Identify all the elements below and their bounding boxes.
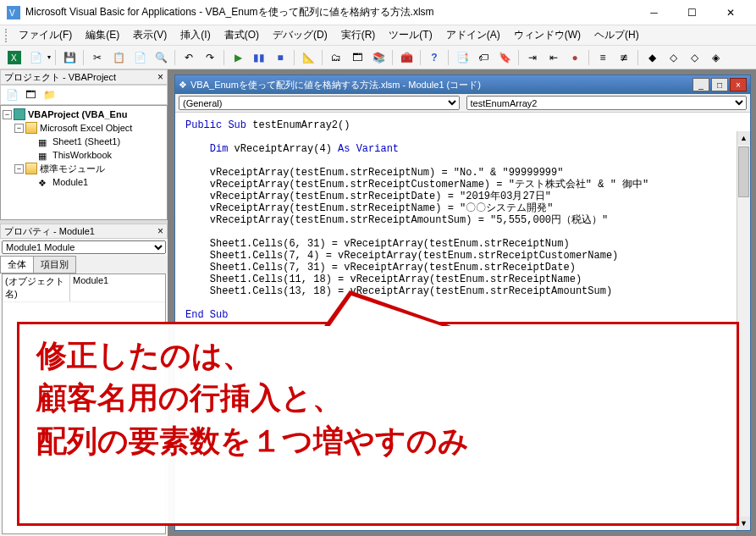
- comment-icon[interactable]: ≡: [593, 48, 612, 67]
- vba-app-icon: V: [7, 6, 20, 19]
- svg-text:V: V: [9, 8, 15, 18]
- toggle-folders-icon[interactable]: 📁: [41, 87, 57, 102]
- tb-extra-1[interactable]: 📑: [453, 48, 472, 67]
- insert-module-icon[interactable]: 📄: [26, 48, 45, 67]
- collapse-icon[interactable]: −: [14, 124, 24, 133]
- menu-help[interactable]: ヘルプ(H): [588, 26, 646, 44]
- design-mode-icon[interactable]: 📐: [299, 48, 317, 67]
- code-window-icon: ❖: [179, 80, 187, 91]
- scroll-down-icon[interactable]: ▼: [737, 517, 750, 530]
- code-text[interactable]: Public Sub testEnumArray2() Dim vReceipt…: [175, 113, 750, 328]
- breakpoint-icon[interactable]: ●: [566, 48, 584, 67]
- properties-tab-all[interactable]: 全体: [0, 256, 34, 274]
- grip-handle[interactable]: [5, 29, 10, 42]
- menu-edit[interactable]: 編集(E): [79, 26, 126, 44]
- save-icon[interactable]: 💾: [60, 48, 79, 67]
- menu-file[interactable]: ファイル(F): [12, 26, 79, 44]
- code-maximize-button[interactable]: □: [711, 78, 728, 91]
- module-icon: ❖: [38, 176, 50, 188]
- menu-view[interactable]: 表示(V): [126, 26, 174, 44]
- cut-icon[interactable]: ✂: [88, 48, 107, 67]
- tb-extra-3[interactable]: 🔖: [495, 48, 514, 67]
- annotation-line-2: 顧客名用の行挿入と、: [36, 377, 720, 419]
- tree-module1[interactable]: ❖ Module1: [3, 175, 165, 189]
- menubar: ファイル(F) 編集(E) 表示(V) 挿入(I) 書式(O) デバッグ(D) …: [0, 25, 756, 46]
- toolbox-icon[interactable]: 🧰: [397, 48, 416, 67]
- tree-module1-label: Module1: [52, 175, 88, 189]
- project-panel-header: プロジェクト - VBAProject ×: [0, 69, 168, 85]
- menu-window[interactable]: ウィンドウ(W): [507, 26, 588, 44]
- code-close-button[interactable]: ×: [730, 78, 747, 91]
- tree-thisworkbook-label: ThisWorkbook: [52, 148, 112, 162]
- find-icon[interactable]: 🔍: [152, 48, 170, 67]
- view-object-icon[interactable]: 🗔: [23, 87, 38, 102]
- prop-name-value[interactable]: Module1: [70, 274, 165, 301]
- project-tree[interactable]: − VBAProject (VBA_Enu − Microsoft Excel …: [0, 105, 168, 220]
- project-explorer-icon[interactable]: 🗂: [327, 48, 345, 67]
- code-window-title: VBA_Enumを使って配列に値を格納する方法.xlsm - Module1 (…: [190, 79, 481, 91]
- menu-insert[interactable]: 挿入(I): [174, 26, 217, 44]
- outdent-icon[interactable]: ⇤: [544, 48, 563, 67]
- titlebar: V Microsoft Visual Basic for Application…: [0, 0, 756, 25]
- properties-tab-categorized[interactable]: 項目別: [33, 256, 76, 274]
- menu-format[interactable]: 書式(O): [218, 26, 266, 44]
- properties-tabs: 全体 項目別: [0, 256, 168, 274]
- paste-icon[interactable]: 📄: [130, 48, 149, 67]
- collapse-icon[interactable]: −: [3, 110, 12, 119]
- properties-panel-close-icon[interactable]: ×: [157, 225, 163, 237]
- project-toolstrip: 📄 🗔 📁: [0, 85, 168, 105]
- properties-row-name[interactable]: (オブジェクト名) Module1: [3, 274, 165, 302]
- code-object-dropdown[interactable]: (General): [179, 96, 460, 110]
- annotation-text: 修正したのは、 顧客名用の行挿入と、 配列の要素数を１つ増やすのみ: [36, 334, 720, 462]
- uncomment-icon[interactable]: ≢: [615, 48, 633, 67]
- tree-root[interactable]: − VBAProject (VBA_Enu: [3, 108, 165, 121]
- scroll-up-icon[interactable]: ▲: [737, 131, 750, 145]
- menu-addins[interactable]: アドイン(A): [439, 26, 507, 44]
- bookmark-prev-icon[interactable]: ◇: [685, 48, 704, 67]
- project-panel-title: プロジェクト - VBAProject: [4, 71, 116, 84]
- menu-run[interactable]: 実行(R): [334, 26, 383, 44]
- redo-icon[interactable]: ↷: [201, 48, 219, 67]
- run-icon[interactable]: ▶: [229, 48, 247, 67]
- code-window-titlebar[interactable]: ❖ VBA_Enumを使って配列に値を格納する方法.xlsm - Module1…: [175, 75, 750, 94]
- object-browser-icon[interactable]: 📚: [369, 48, 388, 67]
- menu-debug[interactable]: デバッグ(D): [266, 26, 334, 44]
- tree-sheet1-label: Sheet1 (Sheet1): [52, 135, 120, 148]
- tb-bookmark-icon[interactable]: 🏷: [474, 48, 493, 67]
- tree-thisworkbook[interactable]: ▦ ThisWorkbook: [3, 148, 165, 162]
- bookmark-next-icon[interactable]: ◇: [664, 48, 682, 67]
- close-button[interactable]: ✕: [711, 1, 749, 25]
- help-icon[interactable]: ?: [425, 48, 444, 67]
- copy-icon[interactable]: 📋: [109, 48, 128, 67]
- properties-object-dropdown[interactable]: Module1 Module: [2, 240, 166, 254]
- undo-icon[interactable]: ↶: [179, 48, 198, 67]
- code-procedure-dropdown[interactable]: testEnumArray2: [466, 96, 748, 110]
- tree-sheet1[interactable]: ▦ Sheet1 (Sheet1): [3, 135, 165, 148]
- bookmark-clear-icon[interactable]: ◈: [706, 48, 725, 67]
- properties-panel-title: プロパティ - Module1: [4, 225, 95, 238]
- maximize-button[interactable]: ☐: [673, 1, 711, 25]
- collapse-icon[interactable]: −: [14, 164, 24, 174]
- indent-icon[interactable]: ⇥: [523, 48, 542, 67]
- tree-excel-objects[interactable]: − Microsoft Excel Object: [3, 121, 165, 135]
- bookmark-toggle-icon[interactable]: ◆: [643, 48, 661, 67]
- folder-icon: [25, 163, 37, 174]
- toolbar: X 📄 ▾ 💾 ✂ 📋 📄 🔍 ↶ ↷ ▶ ▮▮ ■ 📐 🗂 🗔 📚 🧰 ? 📑…: [0, 46, 756, 69]
- scroll-thumb[interactable]: [738, 146, 749, 197]
- tree-excel-objects-label: Microsoft Excel Object: [40, 121, 132, 135]
- reset-icon[interactable]: ■: [271, 48, 290, 67]
- code-dropdowns: (General) testEnumArray2: [175, 94, 750, 113]
- view-code-icon[interactable]: 📄: [4, 87, 19, 102]
- minimize-button[interactable]: ─: [635, 1, 673, 25]
- excel-icon[interactable]: X: [5, 48, 24, 67]
- annotation-callout: 修正したのは、 顧客名用の行挿入と、 配列の要素数を１つ増やすのみ: [17, 322, 739, 526]
- project-panel-close-icon[interactable]: ×: [157, 71, 163, 83]
- workbook-icon: ▦: [38, 149, 50, 161]
- folder-icon: [25, 122, 37, 134]
- tree-modules[interactable]: − 標準モジュール: [3, 162, 165, 175]
- svg-text:X: X: [11, 53, 17, 63]
- break-icon[interactable]: ▮▮: [250, 48, 268, 67]
- code-minimize-button[interactable]: _: [693, 78, 709, 91]
- menu-tools[interactable]: ツール(T): [382, 26, 439, 44]
- properties-icon[interactable]: 🗔: [348, 48, 367, 67]
